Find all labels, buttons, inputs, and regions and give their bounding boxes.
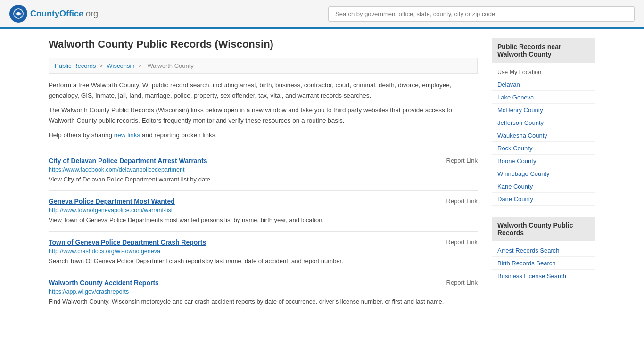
record-desc: View Town of Geneva Police Departments m… [49,215,478,225]
record-url[interactable]: https://www.facebook.com/delavanpolicede… [49,166,478,173]
nearby-list-item: Waukesha County [492,129,595,142]
record-item: City of Delavan Police Department Arrest… [49,150,478,191]
nearby-link[interactable]: Lake Geneva [497,94,534,101]
record-header: Walworth County Accident Reports Report … [49,279,478,287]
walworth-section: Walworth County Public Records Arrest Re… [492,217,595,282]
nearby-link[interactable]: Kane County [497,183,533,190]
nearby-list-item: Lake Geneva [492,91,595,104]
nearby-link[interactable]: McHenry County [497,107,543,114]
content-area: Walworth County Public Records (Wisconsi… [49,38,478,313]
walworth-records-link[interactable]: Business License Search [497,272,566,280]
record-title[interactable]: Town of Geneva Police Department Crash R… [49,239,206,246]
nearby-link[interactable]: Jefferson County [497,119,544,126]
nearby-list: Use My Location DelavanLake GenevaMcHenr… [492,66,595,206]
record-desc: Find Walworth County, Wisconsin motorcyc… [49,297,478,306]
search-input[interactable] [328,6,635,22]
record-desc: Search Town Of Geneva Police Department … [49,256,478,266]
record-item: Walworth County Accident Reports Report … [49,272,478,313]
nearby-list-item: Dane County [492,193,595,206]
walworth-list: Arrest Records SearchBirth Records Searc… [492,244,595,282]
walworth-list-item: Birth Records Search [492,257,595,270]
main-container: Walworth County Public Records (Wisconsi… [39,29,605,322]
walworth-header: Walworth County Public Records [492,217,595,241]
svg-point-1 [17,12,20,15]
walworth-records-link[interactable]: Arrest Records Search [497,247,560,254]
record-item: Town of Geneva Police Department Crash R… [49,231,478,272]
breadcrumb-sep-2: > [138,62,143,69]
records-list: City of Delavan Police Department Arrest… [49,150,478,313]
nearby-link[interactable]: Boone County [497,157,536,165]
report-link[interactable]: Report Link [446,239,478,246]
record-title[interactable]: Geneva Police Department Most Wanted [49,197,175,205]
nearby-section: Public Records near Walworth County Use … [492,38,595,206]
breadcrumb: Public Records > Wisconsin > Walworth Co… [49,58,478,74]
logo-text: CountyOffice.org [30,9,98,19]
breadcrumb-sep-1: > [99,62,105,69]
description-3-post: and reporting broken links. [140,132,217,139]
sidebar: Public Records near Walworth County Use … [492,38,595,313]
walworth-list-item: Arrest Records Search [492,244,595,257]
record-header: City of Delavan Police Department Arrest… [49,157,478,165]
breadcrumb-public-records[interactable]: Public Records [55,62,96,69]
report-link[interactable]: Report Link [446,279,478,286]
breadcrumb-wisconsin[interactable]: Wisconsin [107,62,134,69]
nearby-header: Public Records near Walworth County [492,38,595,63]
report-link[interactable]: Report Link [446,157,478,164]
nearby-list-item: Kane County [492,180,595,193]
use-location-item: Use My Location [492,66,595,78]
record-url[interactable]: http://www.townofgenevapolice.com/warran… [49,207,478,214]
nearby-list-item: Jefferson County [492,116,595,129]
nearby-link[interactable]: Waukesha County [497,132,547,139]
header: CountyOffice.org [0,0,644,29]
page-title: Walworth County Public Records (Wisconsi… [49,38,478,50]
description-2: The Walworth County Public Records (Wisc… [49,105,478,125]
nearby-link[interactable]: Winnebago County [497,170,550,177]
record-header: Town of Geneva Police Department Crash R… [49,239,478,246]
nearby-list-item: McHenry County [492,104,595,116]
record-url[interactable]: http://www.crashdocs.org/wi-townofgeneva [49,248,478,255]
nearby-link[interactable]: Dane County [497,196,533,203]
nearby-link[interactable]: Delavan [497,81,520,88]
report-link[interactable]: Report Link [446,197,478,205]
search-bar [328,6,635,22]
record-title[interactable]: Walworth County Accident Reports [49,279,159,287]
new-links-link[interactable]: new links [114,132,140,139]
nearby-list-item: Boone County [492,155,595,167]
record-title[interactable]: City of Delavan Police Department Arrest… [49,157,207,165]
nearby-link[interactable]: Rock County [497,145,532,152]
record-url[interactable]: https://app.wi.gov/crashreports [49,288,478,295]
logo-link[interactable]: CountyOffice.org [9,5,98,23]
nearby-list-item: Winnebago County [492,167,595,180]
description-1: Perform a free Walworth County, WI publi… [49,80,478,100]
use-location-link[interactable]: Use My Location [497,69,541,75]
record-item: Geneva Police Department Most Wanted Rep… [49,190,478,231]
logo-icon [9,5,27,23]
description-3-pre: Help others by sharing [49,132,114,139]
description-3: Help others by sharing new links and rep… [49,130,478,140]
breadcrumb-walworth: Walworth County [147,62,194,69]
nearby-list-item: Rock County [492,142,595,155]
walworth-records-link[interactable]: Birth Records Search [497,260,556,267]
record-header: Geneva Police Department Most Wanted Rep… [49,197,478,205]
nearby-list-item: Delavan [492,78,595,91]
walworth-list-item: Business License Search [492,270,595,282]
record-desc: View City of Delavan Police Department w… [49,175,478,184]
